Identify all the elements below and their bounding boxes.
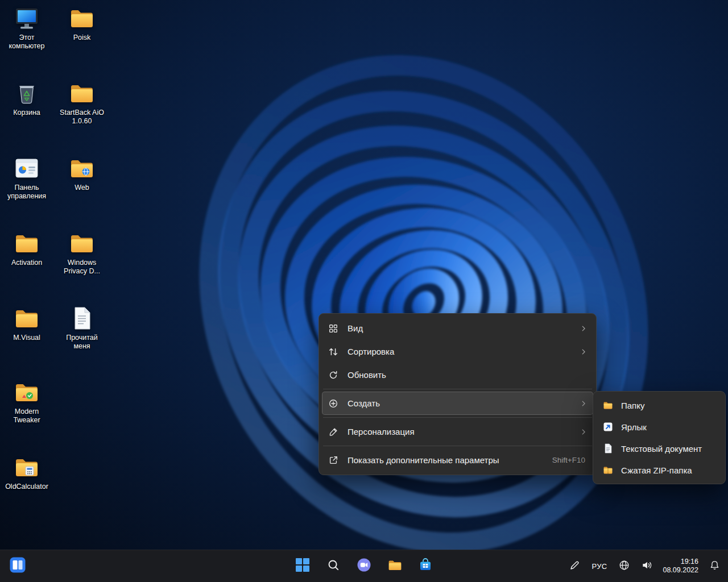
globe-network-icon	[618, 559, 630, 573]
text-document-icon	[602, 443, 614, 454]
chevron-right-icon	[580, 325, 588, 332]
menu-item-label: Персонализация	[348, 427, 572, 436]
chevron-right-icon	[580, 428, 588, 436]
desktop-icon-label: StartBack AiO 1.0.60	[57, 109, 107, 126]
volume-tray-button[interactable]	[639, 556, 655, 576]
desktop-icon-label: Web	[75, 184, 89, 192]
desktop-icon-label: Windows Privacy D...	[57, 259, 107, 276]
menu-item-label: Сортировка	[348, 347, 572, 356]
menu-item-label: Обновить	[348, 370, 588, 380]
pen-tray-button[interactable]	[567, 556, 583, 576]
menu-item-refresh[interactable]: Обновить	[322, 363, 593, 386]
submenu-item-label: Ярлык	[621, 422, 647, 432]
folder-calc-icon	[13, 454, 40, 481]
menu-item-sort[interactable]: Сортировка	[322, 340, 593, 363]
new-plus-circle-icon	[327, 398, 340, 409]
desktop-icon-activation[interactable]: Activation	[1, 230, 52, 267]
chevron-right-icon	[580, 348, 588, 356]
wallpaper-bloom	[0, 0, 728, 582]
desktop-icon-this-pc[interactable]: Этот компьютер	[1, 5, 52, 51]
zip-folder-icon	[602, 464, 614, 476]
submenu-item-label: Папку	[621, 401, 644, 410]
folder-icon	[68, 155, 96, 182]
desktop-icon-web[interactable]: Web	[56, 155, 107, 192]
desktop-icon-label: M.Visual	[13, 334, 40, 342]
submenu-item-shortcut[interactable]: Ярлык	[596, 416, 722, 438]
refresh-icon	[327, 369, 340, 381]
context-menu: Вид Сортировка Обновить Созд	[318, 313, 597, 475]
pen-icon	[569, 559, 581, 573]
desktop-icon-windows-privacy[interactable]: Windows Privacy D...	[56, 230, 107, 276]
file-explorer-button[interactable]	[383, 555, 406, 577]
control-panel-icon	[13, 155, 40, 182]
windows-logo-icon	[295, 558, 310, 575]
menu-item-new[interactable]: Создать	[322, 392, 593, 415]
clock[interactable]: 19:16 08.09.2022	[661, 558, 700, 575]
folder-app-icon	[13, 379, 40, 406]
recycle-bin-icon	[13, 80, 40, 107]
menu-separator	[323, 417, 592, 418]
start-button[interactable]	[291, 555, 314, 577]
submenu-item-zip-folder[interactable]: Сжатая ZIP-папка	[596, 459, 722, 481]
folder-icon	[68, 80, 96, 107]
submenu-item-label: Текстовый документ	[621, 444, 702, 454]
speaker-icon	[641, 559, 653, 573]
search-icon	[326, 558, 341, 575]
text-document-icon	[68, 305, 96, 332]
view-grid-icon	[327, 323, 340, 334]
desktop-icon-label: Activation	[11, 259, 42, 267]
chevron-right-icon	[580, 400, 588, 408]
folder-icon	[602, 400, 614, 411]
menu-item-personalize[interactable]: Персонализация	[322, 420, 593, 443]
network-tray-button[interactable]	[616, 556, 632, 576]
microsoft-store-button[interactable]	[414, 555, 437, 577]
desktop-icon-modern-tweaker[interactable]: Modern Tweaker	[1, 379, 52, 425]
windows-desktop: Этот компьютер Poisk Корзина StartBack A…	[0, 0, 728, 582]
menu-separator	[323, 389, 592, 389]
store-bag-icon	[418, 558, 433, 575]
clock-time: 19:16	[663, 558, 698, 566]
menu-item-show-more-options[interactable]: Показать дополнительные параметры Shift+…	[322, 448, 593, 472]
shortcut-arrow-icon	[602, 421, 614, 433]
desktop-icon-mvisual[interactable]: M.Visual	[1, 305, 52, 342]
search-button[interactable]	[322, 555, 345, 577]
folder-icon	[68, 230, 96, 257]
menu-item-label: Создать	[348, 398, 572, 408]
menu-item-label: Показать дополнительные параметры	[348, 455, 544, 465]
notification-bell-icon	[709, 559, 721, 573]
taskbar: РУС 19:16 08.09.2022	[0, 550, 728, 582]
desktop-icon-label: Modern Tweaker	[2, 408, 52, 425]
chat-button[interactable]	[353, 555, 375, 577]
notifications-button[interactable]	[706, 556, 722, 576]
desktop-icon-oldcalculator[interactable]: OldCalculator	[1, 454, 52, 491]
this-pc-icon	[13, 5, 40, 32]
desktop-icon-startback[interactable]: StartBack AiO 1.0.60	[56, 80, 107, 126]
blue-panel-icon	[9, 556, 26, 576]
desktop-icon-poisk[interactable]: Poisk	[56, 5, 107, 42]
clock-date: 08.09.2022	[663, 566, 698, 575]
desktop-icon-recycle-bin[interactable]: Корзина	[1, 80, 52, 117]
folder-icon	[68, 5, 96, 32]
menu-item-view[interactable]: Вид	[322, 317, 593, 340]
desktop-icon-label: Этот компьютер	[2, 34, 52, 51]
desktop-icon-label: Прочитай меня	[57, 334, 107, 351]
system-tray: РУС 19:16 08.09.2022	[567, 550, 723, 582]
submenu-item-text-document[interactable]: Текстовый документ	[596, 438, 722, 459]
desktop-icon-label: Панель управления	[2, 184, 52, 201]
desktop-icon-label: Корзина	[13, 109, 40, 117]
taskbar-corner-app-button[interactable]	[9, 558, 26, 575]
language-indicator[interactable]: РУС	[590, 556, 610, 576]
taskbar-center-icons	[291, 550, 437, 582]
folder-icon	[13, 230, 40, 257]
folder-icon	[13, 305, 40, 332]
menu-item-label: Вид	[348, 323, 572, 333]
submenu-item-label: Сжатая ZIP-папка	[621, 465, 692, 475]
menu-item-shortcut: Shift+F10	[552, 456, 585, 464]
desktop-icon-label: OldCalculator	[5, 483, 48, 491]
desktop-icon-control-panel[interactable]: Панель управления	[1, 155, 52, 201]
desktop-icon-label: Poisk	[73, 34, 91, 42]
file-explorer-folder-icon	[387, 558, 403, 575]
desktop-icon-readme[interactable]: Прочитай меня	[56, 305, 107, 351]
menu-separator	[323, 446, 592, 446]
submenu-item-folder[interactable]: Папку	[596, 394, 722, 416]
